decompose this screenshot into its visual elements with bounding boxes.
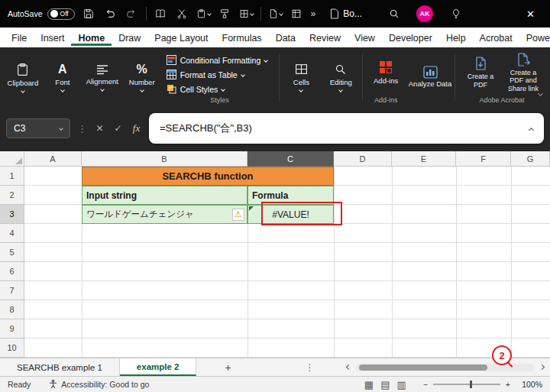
row-header-10[interactable]: 10 <box>0 339 24 358</box>
conditional-formatting-label: Conditional Formatting <box>180 56 261 65</box>
sheet-tab-example1[interactable]: SEARCHB example 1 <box>0 358 120 376</box>
row-header-2[interactable]: 2 <box>0 186 24 205</box>
close-button[interactable]: ✕ <box>522 0 539 28</box>
insert-function-icon[interactable]: fx <box>131 122 142 134</box>
tab-home[interactable]: Home <box>71 30 112 46</box>
conditional-formatting-button[interactable]: Conditional Formatting <box>167 53 273 67</box>
name-box[interactable]: C3 <box>6 118 70 138</box>
tab-formulas[interactable]: Formulas <box>215 30 269 46</box>
tab-insert[interactable]: Insert <box>34 30 71 46</box>
cell-b2-input-header[interactable]: Input string <box>82 186 247 205</box>
zoom-out-button[interactable]: − <box>423 380 428 389</box>
cell-b1-title[interactable]: SEARCHB function <box>82 167 334 186</box>
ribbon-group-editing[interactable]: Editing <box>321 49 361 105</box>
analyze-data-button[interactable]: Analyze Data <box>407 49 453 105</box>
cell-styles-button[interactable]: Cell Styles <box>167 82 273 96</box>
tab-review[interactable]: Review <box>302 30 348 46</box>
tab-draw[interactable]: Draw <box>112 30 147 46</box>
select-all-corner[interactable] <box>0 151 24 167</box>
cells-area[interactable]: SEARCHB function Input string Formula ワー… <box>24 167 550 358</box>
collapse-ribbon-chevron[interactable] <box>539 87 542 98</box>
row-header-5[interactable]: 5 <box>0 243 24 262</box>
tab-developer[interactable]: Developer <box>382 30 439 46</box>
read-aloud-icon[interactable] <box>154 7 168 21</box>
tab-view[interactable]: View <box>348 30 382 46</box>
col-header-e[interactable]: E <box>392 151 456 167</box>
format-as-table-button[interactable]: Format as Table <box>167 67 273 82</box>
page-layout-view-icon[interactable]: ▤ <box>380 379 390 390</box>
create-pdf-button[interactable]: Create a PDF <box>460 56 501 89</box>
column-headers: A B C D E F G <box>24 151 550 167</box>
scrollbar-track[interactable] <box>356 364 535 371</box>
add-sheet-button[interactable]: + <box>218 358 238 376</box>
ribbon-group-cells[interactable]: Cells <box>281 49 321 105</box>
row-header-8[interactable]: 8 <box>0 300 24 319</box>
undo-icon[interactable] <box>103 7 118 21</box>
ribbon-group-font[interactable]: A Font <box>43 49 82 105</box>
formula-input[interactable]: =SEARCHB("合",B3) <box>149 113 544 144</box>
col-header-f[interactable]: F <box>456 151 511 167</box>
addins-button-label[interactable]: Add-ins <box>374 76 398 85</box>
horizontal-scrollbar[interactable] <box>347 358 544 376</box>
tab-acrobat[interactable]: Acrobat <box>473 30 519 46</box>
tab-page-layout[interactable]: Page Layout <box>147 30 215 46</box>
accessibility-status[interactable]: Accessibility: Good to go <box>49 380 149 389</box>
row-header-3[interactable]: 3 <box>0 205 24 224</box>
redo-icon[interactable] <box>125 7 139 21</box>
row-header-1[interactable]: 1 <box>0 167 24 186</box>
row-header-7[interactable]: 7 <box>0 281 24 300</box>
scrollbar-thumb[interactable] <box>359 364 487 371</box>
font-label: Font <box>55 78 70 86</box>
error-warning-icon[interactable]: ⚠ <box>232 209 244 221</box>
page-break-view-icon[interactable]: ▥ <box>396 379 406 390</box>
tab-help[interactable]: Help <box>439 30 473 46</box>
zoom-percentage[interactable]: 100% <box>516 380 542 389</box>
autosave-toggle[interactable]: Off <box>47 8 75 20</box>
cut-icon[interactable] <box>175 7 189 21</box>
ribbon-group-number[interactable]: % Number <box>122 49 162 105</box>
save-icon[interactable] <box>82 7 96 21</box>
ribbon-group-alignment[interactable]: Alignment <box>82 49 122 105</box>
spreadsheet: A B C D E F G 1 2 3 4 5 6 7 8 9 10 <box>0 151 550 358</box>
col-header-g[interactable]: G <box>511 151 550 167</box>
col-header-c[interactable]: C <box>247 151 334 167</box>
avatar[interactable]: AK <box>416 5 433 22</box>
zoom-slider-track[interactable] <box>433 384 500 385</box>
row-header-9[interactable]: 9 <box>0 319 24 339</box>
row-header-4[interactable]: 4 <box>0 224 24 243</box>
create-pdf-share-button[interactable]: Create a PDF and Share link <box>503 52 544 92</box>
tab-options-dots[interactable]: ⋮ <box>305 358 314 376</box>
zoom-slider-thumb[interactable] <box>470 381 472 388</box>
tab-data[interactable]: Data <box>269 30 302 46</box>
sheet-tab-example2[interactable]: example 2 <box>120 358 197 376</box>
normal-view-icon[interactable]: ▦ <box>364 379 374 390</box>
col-header-b[interactable]: B <box>82 151 247 167</box>
cell-b3-input-value[interactable]: ワールドゲームチェンジャ ⚠ <box>82 205 247 224</box>
pivot-icon[interactable] <box>290 7 304 21</box>
clipboard-chevron <box>21 89 25 93</box>
borders-icon[interactable] <box>239 7 254 21</box>
workbook-title[interactable]: Bo... <box>330 8 362 19</box>
ribbon-group-clipboard[interactable]: Clipboard <box>3 49 43 105</box>
cancel-entry-icon[interactable]: ✕ <box>94 123 105 134</box>
qat-overflow-icon[interactable]: » <box>311 8 316 19</box>
col-header-a[interactable]: A <box>24 151 82 167</box>
col-header-d[interactable]: D <box>334 151 392 167</box>
autosave-control[interactable]: AutoSave Off <box>8 8 75 20</box>
addins-icon[interactable] <box>378 60 393 75</box>
ribbon: Clipboard A Font Alignment % Number Cond… <box>0 47 550 105</box>
tab-file[interactable]: File <box>5 30 34 46</box>
format-painter-icon[interactable] <box>218 7 232 21</box>
tab-power-pivot[interactable]: Power Pivot <box>519 30 550 46</box>
formula-text: =SEARCHB("合",B3) <box>160 121 252 135</box>
new-sheet-icon[interactable] <box>268 7 283 21</box>
paste-icon[interactable] <box>196 7 211 21</box>
confirm-entry-icon[interactable]: ✓ <box>112 123 124 134</box>
scroll-left-arrow[interactable] <box>346 364 351 370</box>
ideas-lightbulb-icon[interactable] <box>448 7 463 21</box>
row-header-6[interactable]: 6 <box>0 262 24 281</box>
zoom-in-button[interactable]: + <box>506 380 510 389</box>
search-icon[interactable] <box>387 7 401 21</box>
scroll-right-arrow[interactable] <box>539 364 545 370</box>
formula-bar-expand-chevron[interactable] <box>529 123 533 134</box>
